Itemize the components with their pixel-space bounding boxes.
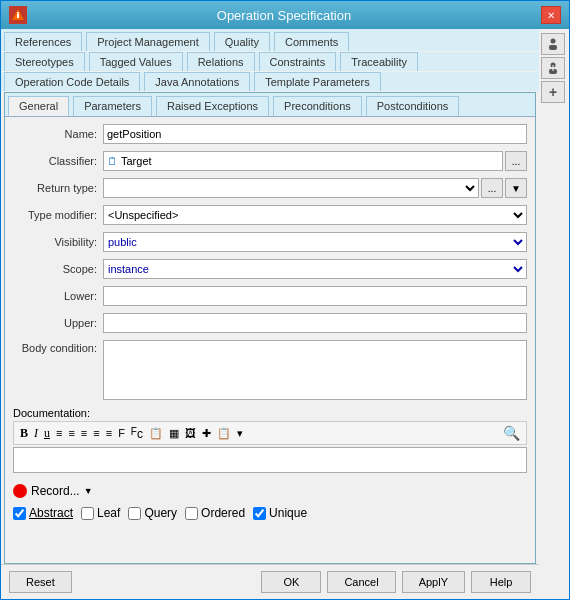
- title-bar: Operation Specification ✕: [1, 1, 569, 29]
- tab-template-parameters[interactable]: Template Parameters: [254, 72, 381, 91]
- body-condition-textarea[interactable]: [103, 340, 527, 400]
- list2-icon[interactable]: ≡: [104, 426, 114, 440]
- underline-button[interactable]: u: [42, 425, 52, 442]
- side-button-panel: +: [539, 29, 569, 599]
- query-checkbox[interactable]: [128, 507, 141, 520]
- classifier-field[interactable]: 🗒 Target: [103, 151, 503, 171]
- tab-java-annotations[interactable]: Java Annotations: [144, 72, 250, 91]
- upper-label: Upper:: [13, 317, 103, 329]
- tab-row-4: General Parameters Raised Exceptions Pre…: [5, 93, 535, 117]
- type-modifier-select[interactable]: <Unspecified>: [103, 205, 527, 225]
- lower-input[interactable]: [103, 286, 527, 306]
- svg-point-3: [551, 39, 556, 44]
- documentation-label: Documentation:: [13, 407, 90, 419]
- list-icon[interactable]: ≡: [91, 426, 101, 440]
- ok-button[interactable]: OK: [261, 571, 321, 593]
- tab-constraints[interactable]: Constraints: [259, 52, 337, 71]
- clipboard-icon[interactable]: 📋: [147, 426, 165, 441]
- side-add-button[interactable]: +: [541, 81, 565, 103]
- cancel-button[interactable]: Cancel: [327, 571, 395, 593]
- image-icon[interactable]: 🖼: [183, 426, 198, 440]
- reset-button[interactable]: Reset: [9, 571, 72, 593]
- svg-rect-2: [17, 12, 19, 14]
- italic-button[interactable]: I: [32, 425, 40, 442]
- tab-traceability[interactable]: Traceability: [340, 52, 418, 71]
- tab-raised-exceptions[interactable]: Raised Exceptions: [156, 96, 269, 116]
- tab-operation-code-details[interactable]: Operation Code Details: [4, 72, 140, 91]
- person-icon: [547, 38, 559, 50]
- name-row: Name:: [13, 124, 527, 144]
- tab-comments[interactable]: Comments: [274, 32, 349, 51]
- leaf-checkbox[interactable]: [81, 507, 94, 520]
- tab-preconditions[interactable]: Preconditions: [273, 96, 362, 116]
- align-right-icon[interactable]: ≡: [79, 426, 89, 440]
- table2-icon[interactable]: 📋: [215, 426, 233, 441]
- lower-label: Lower:: [13, 290, 103, 302]
- checkbox-query[interactable]: Query: [128, 506, 177, 520]
- align-center-icon[interactable]: ≡: [66, 426, 76, 440]
- person2-icon: [547, 62, 559, 74]
- font2-icon[interactable]: Fc: [129, 425, 145, 442]
- help-button[interactable]: Help: [471, 571, 531, 593]
- separator-icon: ▾: [235, 426, 245, 441]
- documentation-row: Documentation: B I u ≡ ≡ ≡ ≡ ≡ F F: [13, 407, 527, 473]
- tab-general[interactable]: General: [8, 96, 69, 116]
- visibility-select[interactable]: public: [103, 232, 527, 252]
- ordered-checkbox[interactable]: [185, 507, 198, 520]
- tab-row-3: Operation Code Details Java Annotations …: [1, 72, 539, 91]
- checkbox-leaf[interactable]: Leaf: [81, 506, 120, 520]
- return-type-browse-button[interactable]: ...: [481, 178, 503, 198]
- ordered-label: Ordered: [201, 506, 245, 520]
- documentation-toolbar: B I u ≡ ≡ ≡ ≡ ≡ F Fc 📋 ▦ 🖼: [13, 421, 527, 445]
- tab-project-management[interactable]: Project Management: [86, 32, 210, 51]
- search-icon[interactable]: 🔍: [501, 424, 522, 442]
- classifier-row: Classifier: 🗒 Target ...: [13, 151, 527, 171]
- checkbox-abstract[interactable]: Abstract: [13, 506, 73, 520]
- classifier-browse-button[interactable]: ...: [505, 151, 527, 171]
- tab-quality[interactable]: Quality: [214, 32, 270, 51]
- abstract-checkbox[interactable]: [13, 507, 26, 520]
- name-label: Name:: [13, 128, 103, 140]
- bold-button[interactable]: B: [18, 425, 30, 442]
- tab-relations[interactable]: Relations: [187, 52, 255, 71]
- main-window: Operation Specification ✕ References Pro…: [0, 0, 570, 600]
- name-input[interactable]: [103, 124, 527, 144]
- apply-button[interactable]: ApplY: [402, 571, 465, 593]
- checkbox-unique[interactable]: Unique: [253, 506, 307, 520]
- upper-input[interactable]: [103, 313, 527, 333]
- scope-select[interactable]: instance: [103, 259, 527, 279]
- visibility-label: Visibility:: [13, 236, 103, 248]
- tab-postconditions[interactable]: Postconditions: [366, 96, 460, 116]
- footer-buttons: Reset OK Cancel ApplY Help: [1, 564, 539, 599]
- side-up-button[interactable]: [541, 33, 565, 55]
- visibility-group: public: [103, 232, 527, 252]
- classifier-input-group: 🗒 Target ...: [103, 151, 527, 171]
- unique-label: Unique: [269, 506, 307, 520]
- close-button[interactable]: ✕: [541, 6, 561, 24]
- return-type-select[interactable]: [103, 178, 479, 198]
- body-condition-label: Body condition:: [13, 340, 103, 354]
- return-type-down-button[interactable]: ▼: [505, 178, 527, 198]
- record-label[interactable]: Record...: [31, 484, 80, 498]
- tab-tagged-values[interactable]: Tagged Values: [89, 52, 183, 71]
- checkbox-ordered[interactable]: Ordered: [185, 506, 245, 520]
- type-modifier-label: Type modifier:: [13, 209, 103, 221]
- font-icon[interactable]: F: [116, 426, 127, 440]
- tab-parameters[interactable]: Parameters: [73, 96, 152, 116]
- classifier-icon: 🗒: [107, 155, 118, 167]
- unique-checkbox[interactable]: [253, 507, 266, 520]
- align-left-icon[interactable]: ≡: [54, 426, 64, 440]
- table-icon[interactable]: ▦: [167, 426, 181, 441]
- form-area: Name: Classifier: 🗒 Target ...: [5, 118, 535, 563]
- documentation-textarea[interactable]: [13, 447, 527, 473]
- scope-group: instance: [103, 259, 527, 279]
- leaf-label: Leaf: [97, 506, 120, 520]
- record-icon: [13, 484, 27, 498]
- tab-stereotypes[interactable]: Stereotypes: [4, 52, 85, 71]
- insert-icon[interactable]: ✚: [200, 426, 213, 441]
- classifier-label: Classifier:: [13, 155, 103, 167]
- abstract-label: Abstract: [29, 506, 73, 520]
- record-dropdown-arrow[interactable]: ▼: [84, 486, 93, 496]
- tab-references[interactable]: References: [4, 32, 82, 51]
- side-down-button[interactable]: [541, 57, 565, 79]
